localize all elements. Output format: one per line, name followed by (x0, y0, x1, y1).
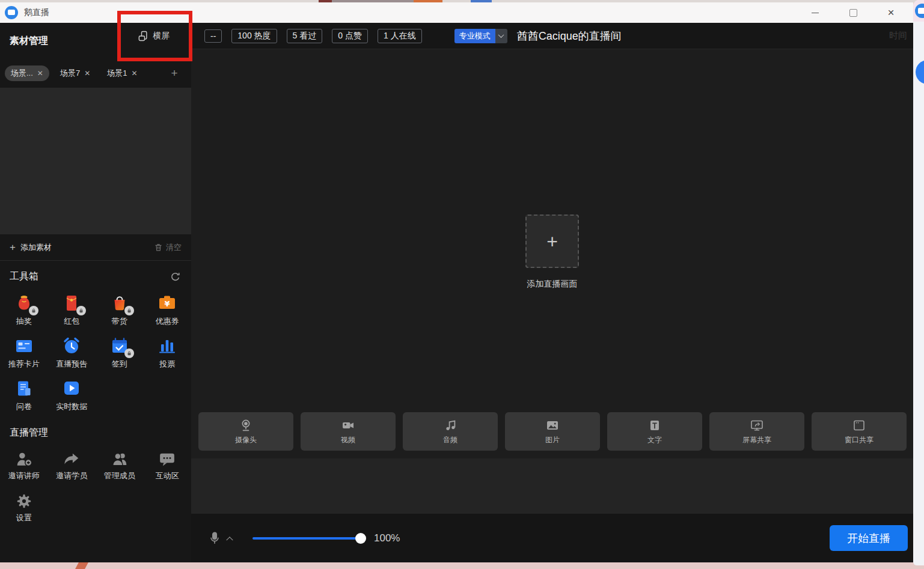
video-button[interactable]: 视频 (301, 412, 396, 451)
scene-tab-active[interactable]: 场景... ✕ (5, 65, 49, 81)
titlebar: 鹅直播 × (0, 2, 913, 23)
mic-control[interactable] (208, 531, 232, 546)
sliver-titlebar (913, 0, 924, 22)
tool-vote[interactable]: 投票 (145, 335, 189, 370)
camera-button[interactable]: 摄像头 (198, 412, 293, 451)
tool-label: 签到 (112, 359, 127, 370)
gear-icon (15, 492, 33, 510)
toolbox-header: 工具箱 (0, 261, 191, 283)
people-icon (111, 450, 129, 468)
landscape-mode-button[interactable]: 横屏 (137, 30, 170, 42)
lock-badge-icon (124, 348, 134, 358)
add-material-label: 添加素材 (20, 242, 52, 253)
tool-checkin[interactable]: 签到 (98, 335, 141, 370)
volume-slider-handle[interactable] (355, 533, 366, 544)
calendar-check-icon (109, 335, 130, 357)
mode-label: 专业模式 (454, 29, 495, 43)
media-label: 窗口共享 (845, 435, 874, 445)
tool-label: 推荐卡片 (8, 359, 40, 370)
floating-avatar[interactable] (916, 60, 924, 84)
add-live-screen-button[interactable]: + (525, 215, 579, 268)
add-scene-button[interactable]: + (171, 67, 178, 80)
clear-button[interactable]: 清空 (154, 242, 182, 253)
red-envelope-icon (61, 293, 82, 314)
screen-share-icon (750, 418, 764, 433)
image-button[interactable]: 图片 (505, 412, 600, 451)
app-logo-icon (915, 4, 924, 18)
media-label: 文字 (647, 435, 662, 445)
tool-coupon[interactable]: ¥ 优惠券 (145, 293, 189, 327)
add-screen-group: + 添加直播画面 (191, 215, 913, 290)
overlapping-window-sliver[interactable] (913, 0, 924, 565)
lock-badge-icon (29, 306, 38, 315)
microphone-icon (208, 531, 221, 546)
wallpaper-bottom-strip (0, 562, 924, 569)
person-add-icon (15, 450, 33, 468)
close-tab-icon[interactable]: ✕ (84, 69, 90, 78)
scene-tab-label: 场景7 (60, 68, 80, 79)
volume-slider[interactable] (252, 537, 361, 540)
volume-value: 100% (374, 532, 400, 544)
chevron-up-icon[interactable] (226, 537, 233, 543)
coupon-icon: ¥ (156, 293, 178, 314)
app-body: 素材管理 横屏 场景... ✕ (0, 23, 913, 562)
tool-red-packet[interactable]: 红包 (50, 293, 93, 327)
tool-live-preview-notice[interactable]: 直播预告 (50, 335, 93, 370)
stats-bar: -- 100 热度 5 看过 0 点赞 1 人在线 专业模式 酋酋Cacique… (191, 23, 913, 49)
management-title: 直播管理 (10, 427, 48, 439)
manage-members-button[interactable]: 管理成员 (97, 450, 142, 481)
clear-label: 清空 (166, 242, 182, 253)
invite-student-button[interactable]: 邀请学员 (49, 450, 94, 481)
scene-tab[interactable]: 场景7 ✕ (54, 65, 96, 81)
tool-lottery[interactable]: 抽奖 (2, 293, 46, 327)
tool-label: 实时数据 (56, 401, 87, 412)
landscape-icon (137, 30, 149, 42)
tool-label: 问卷 (16, 401, 32, 412)
close-tab-icon[interactable]: ✕ (131, 69, 137, 78)
share-arrow-icon (63, 450, 81, 468)
scene-tab-label: 场景... (11, 68, 33, 79)
tool-label: 抽奖 (16, 316, 32, 327)
interaction-zone-button[interactable]: 互动区 (145, 450, 189, 481)
plus-icon: + (546, 232, 558, 251)
invite-teacher-button[interactable]: 邀请讲师 (2, 450, 46, 481)
tool-realtime-data[interactable]: 实时数据 (50, 378, 93, 412)
tool-selling[interactable]: 带货 (98, 293, 141, 327)
scene-tab-label: 场景1 (107, 68, 127, 79)
lock-badge-icon (124, 306, 134, 315)
refresh-icon[interactable] (170, 271, 182, 283)
management-header: 直播管理 (0, 412, 191, 439)
mode-dropdown[interactable]: 专业模式 (454, 29, 507, 43)
sidebar: 素材管理 横屏 场景... ✕ (0, 23, 191, 562)
media-label: 视频 (341, 435, 355, 445)
start-live-button[interactable]: 开始直播 (830, 525, 908, 551)
chevron-down-icon[interactable] (495, 29, 507, 43)
tool-survey[interactable]: 问卷 (2, 378, 46, 412)
shopping-bag-icon (109, 293, 130, 314)
screen-share-button[interactable]: 屏幕共享 (709, 412, 804, 451)
scene-tab[interactable]: 场景1 ✕ (101, 65, 143, 81)
management-label: 互动区 (156, 470, 179, 481)
text-button[interactable]: 文字 (607, 412, 702, 451)
tool-recommend-card[interactable]: 推荐卡片 (2, 335, 46, 370)
time-label: 时间 (889, 30, 907, 41)
audio-button[interactable]: 音频 (403, 412, 498, 451)
svg-text:¥: ¥ (165, 299, 170, 308)
minimize-button[interactable] (806, 2, 824, 23)
window-share-button[interactable]: 窗口共享 (812, 412, 907, 451)
room-title: 酋酋Cacique的直播间 (517, 29, 622, 43)
desktop: 鹅直播 × 素材管理 (0, 0, 924, 569)
image-icon (545, 418, 560, 433)
management-label: 管理成员 (104, 470, 135, 481)
close-tab-icon[interactable]: ✕ (37, 69, 43, 78)
close-button[interactable]: × (882, 2, 900, 23)
window-share-icon (852, 418, 866, 433)
webcam-icon (239, 418, 253, 433)
maximize-button[interactable] (844, 2, 862, 23)
settings-button[interactable]: 设置 (2, 492, 46, 523)
stat-views: 5 看过 (287, 29, 323, 43)
toolbox-grid: 抽奖 红包 (0, 293, 191, 412)
add-material-button[interactable]: + 添加素材 (10, 242, 52, 254)
card-icon (13, 335, 35, 357)
tool-label: 带货 (112, 316, 127, 327)
